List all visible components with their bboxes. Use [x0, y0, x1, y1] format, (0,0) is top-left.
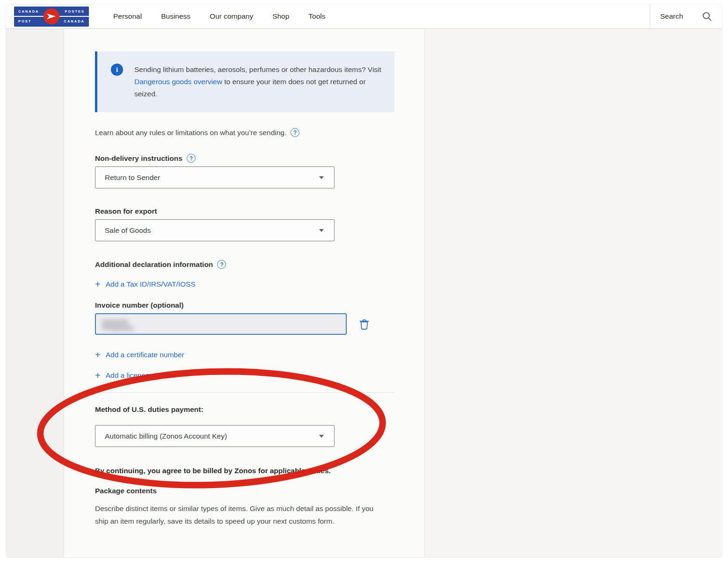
plus-icon: + — [95, 350, 101, 360]
help-icon[interactable]: ? — [187, 154, 196, 163]
invoice-number-label: Invoice number (optional) — [95, 301, 394, 310]
logo-text-postes: POSTES — [65, 9, 85, 14]
search-button[interactable]: Search — [650, 4, 722, 29]
reason-export-select[interactable]: Sale of Goods — [95, 219, 335, 241]
add-tax-id-link[interactable]: + Add a Tax ID/IRS/VAT/IOSS — [95, 280, 196, 289]
browser-page: CANADA POSTES POST CANADA Personal Busin… — [6, 4, 722, 557]
invoice-input-row — [95, 313, 394, 335]
section-divider — [95, 392, 394, 393]
search-icon — [702, 11, 712, 22]
alert-text: Sending lithium batteries, aerosols, per… — [134, 64, 382, 100]
logo-text-post: POST — [18, 19, 31, 23]
right-gutter — [425, 29, 722, 557]
canada-post-logo[interactable]: CANADA POSTES POST CANADA — [14, 7, 89, 27]
invoice-number-input[interactable] — [95, 313, 347, 335]
delete-invoice-button[interactable] — [359, 318, 370, 330]
duties-payment-label: Method of U.S. duties payment: — [95, 405, 394, 414]
info-icon: i — [111, 64, 123, 76]
plus-icon: + — [95, 371, 101, 380]
zonos-billing-note: By continuing, you agree to be billed by… — [95, 467, 394, 475]
page-body: i Sending lithium batteries, aerosols, p… — [6, 29, 722, 557]
duties-payment-select[interactable]: Automatic billing (Zonos Account Key) — [95, 425, 335, 447]
package-contents-label: Package contents — [95, 487, 394, 495]
non-delivery-label: Non-delivery instructions ? — [95, 154, 394, 163]
nav-item-personal[interactable]: Personal — [113, 12, 142, 21]
invoice-value-redacted — [102, 319, 128, 329]
customs-form-panel: i Sending lithium batteries, aerosols, p… — [64, 29, 425, 557]
reason-export-label: Reason for export — [95, 207, 394, 216]
reason-export-value: Sale of Goods — [105, 226, 151, 235]
nav-item-business[interactable]: Business — [161, 12, 190, 21]
canada-post-wing-icon — [44, 8, 59, 24]
logo-text-canada-fr: CANADA — [64, 19, 85, 23]
chevron-down-icon — [319, 435, 324, 438]
non-delivery-select[interactable]: Return to Sender — [95, 166, 335, 188]
chevron-down-icon — [319, 229, 324, 232]
nav-item-our-company[interactable]: Our company — [210, 12, 253, 21]
nav-item-tools[interactable]: Tools — [308, 12, 325, 21]
package-contents-description: Describe distinct items or similar types… — [95, 502, 376, 527]
duties-payment-value: Automatic billing (Zonos Account Key) — [105, 432, 227, 440]
plus-icon: + — [95, 280, 101, 289]
site-header: CANADA POSTES POST CANADA Personal Busin… — [6, 4, 722, 29]
help-icon[interactable]: ? — [217, 260, 226, 269]
left-gutter — [6, 29, 64, 557]
main-nav: Personal Business Our company Shop Tools — [113, 12, 326, 21]
help-icon[interactable]: ? — [291, 128, 299, 137]
chevron-down-icon — [319, 176, 324, 179]
non-delivery-value: Return to Sender — [105, 173, 160, 182]
add-license-link[interactable]: + Add a license number — [95, 371, 176, 380]
nav-item-shop[interactable]: Shop — [272, 12, 289, 21]
additional-declaration-label: Additional declaration information ? — [95, 260, 394, 269]
logo-text-canada: CANADA — [18, 9, 39, 14]
learn-line: Learn about any rules or limitations on … — [95, 128, 394, 137]
dangerous-goods-link[interactable]: Dangerous goods overview — [134, 78, 222, 86]
dangerous-goods-alert: i Sending lithium batteries, aerosols, p… — [95, 51, 394, 112]
search-label: Search — [660, 12, 683, 21]
screenshot-root: CANADA POSTES POST CANADA Personal Busin… — [0, 0, 728, 562]
add-certificate-link[interactable]: + Add a certificate number — [95, 350, 184, 360]
